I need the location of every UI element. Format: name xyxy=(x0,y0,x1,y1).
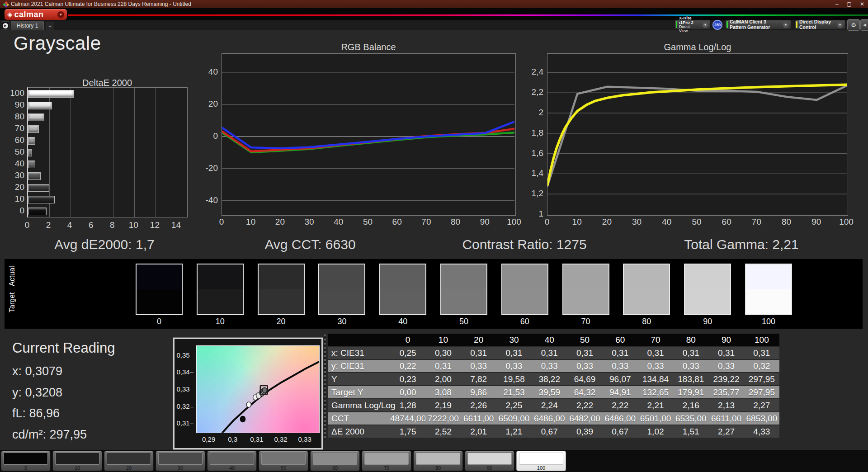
patch-label: 60 xyxy=(311,465,359,471)
patch-button-50[interactable]: 50 xyxy=(259,451,308,471)
display-status-bar xyxy=(796,21,797,28)
tick-label: 40 xyxy=(4,159,24,169)
patch-label: 90 xyxy=(465,465,514,471)
calman-app-window: Calman 2021 Calman Ultimate for Business… xyxy=(0,0,868,472)
deltae-bar xyxy=(28,149,32,156)
pattern-buttons: 0102030405060708090100 xyxy=(1,451,566,471)
patch-button-0[interactable]: 0 xyxy=(1,451,51,471)
table-cell: 96,07 xyxy=(603,373,638,385)
tick-label: 20 xyxy=(197,99,218,109)
gridline xyxy=(113,88,113,217)
target-half xyxy=(624,289,669,314)
patch-button-30[interactable]: 30 xyxy=(156,451,205,471)
stat-total-gamma: Total Gamma: 2,21 xyxy=(684,237,798,252)
swatch-label: 90 xyxy=(684,317,731,326)
actual-half xyxy=(198,264,243,289)
chevron-down-icon[interactable]: ▾ xyxy=(783,22,789,28)
chevron-down-icon[interactable]: ▾ xyxy=(57,11,64,18)
swatch-square xyxy=(440,264,487,315)
table-cell: 183,81 xyxy=(673,373,708,385)
rgb-balance-chart xyxy=(222,53,516,216)
app-icon xyxy=(3,1,9,7)
gamma-chart-title: Gamma Log/Log xyxy=(664,42,731,52)
deltae-bar xyxy=(28,172,41,180)
tick-label: 2,2 xyxy=(523,87,543,97)
column-header: 0 xyxy=(390,334,425,346)
swatch-row: 0102030405060708090100 xyxy=(136,264,792,326)
swatch-square xyxy=(684,264,731,315)
tab-history-1[interactable]: History 1 xyxy=(11,21,44,30)
table-grip[interactable] xyxy=(324,335,326,439)
deltae-bar xyxy=(28,137,35,145)
calman-menu-button[interactable]: ◈ calman ▾ xyxy=(5,9,67,20)
table-row: Y0,232,007,8219,5838,2264,6996,07134,841… xyxy=(328,373,779,385)
rainbow-divider xyxy=(68,14,868,16)
deltae-chart xyxy=(27,87,188,217)
tick-label: 0,3 xyxy=(228,435,237,443)
table-cell: 0,31 xyxy=(567,347,602,359)
table-cell: 2,22 xyxy=(567,399,602,411)
patch-swatch xyxy=(107,453,151,465)
collapse-panel-button[interactable]: ◀ xyxy=(860,19,868,31)
patch-label: 0 xyxy=(1,465,50,471)
source-dropdown[interactable]: CalMAN Client 3 Pattern Generator ▾ xyxy=(725,20,791,29)
maximize-button[interactable]: ▢ xyxy=(847,1,852,7)
display-control-dropdown[interactable]: Direct Display Control ▾ xyxy=(795,20,845,29)
table-cell: 2,00 xyxy=(425,373,461,385)
table-cell: 0,31 xyxy=(496,347,532,359)
chevron-down-icon[interactable]: ▾ xyxy=(702,22,708,28)
actual-half xyxy=(502,264,547,289)
row-label: x: CIE31 xyxy=(328,347,390,359)
column-header xyxy=(328,334,390,346)
tick-label: 90 xyxy=(4,100,24,110)
table-cell: 39,59 xyxy=(532,386,567,398)
column-header: 30 xyxy=(496,334,532,346)
table-cell: 0,33 xyxy=(603,360,638,372)
patch-button-20[interactable]: 20 xyxy=(104,451,154,471)
tick-label: 70 xyxy=(4,123,24,133)
swatch-label: 80 xyxy=(623,317,670,326)
table-cell: 0,33 xyxy=(496,360,532,372)
table-cell: 0,30 xyxy=(425,347,461,359)
table-cell: 2,26 xyxy=(461,399,496,411)
close-button[interactable]: ✕ xyxy=(860,1,864,7)
actual-half xyxy=(441,264,486,289)
gridline xyxy=(92,88,92,217)
column-header: 10 xyxy=(425,334,461,346)
patch-button-80[interactable]: 80 xyxy=(413,451,463,471)
table-cell: 1,28 xyxy=(390,399,425,411)
actual-row-label: Actual xyxy=(8,264,16,289)
patch-button-10[interactable]: 10 xyxy=(52,451,102,471)
tick-label: 1,6 xyxy=(523,148,543,158)
grayscale-swatch: 80 xyxy=(623,264,670,326)
minimize-button[interactable]: – xyxy=(835,1,839,7)
table-cell: 0,67 xyxy=(532,425,567,438)
patch-button-60[interactable]: 60 xyxy=(310,451,360,471)
tick-label: 4 xyxy=(67,220,72,230)
tick-label: 80 xyxy=(451,217,460,227)
gridline xyxy=(177,88,177,217)
tick-label: 40 xyxy=(197,67,218,77)
tab-nav-button[interactable]: ▶ xyxy=(1,21,10,30)
target-half xyxy=(319,289,364,314)
patch-button-100[interactable]: 100 xyxy=(516,451,566,471)
patch-button-40[interactable]: 40 xyxy=(207,451,257,471)
row-label: Target Y xyxy=(328,386,390,398)
tick-label: 70 xyxy=(421,217,431,227)
tick-label: 80 xyxy=(4,112,24,122)
tick-label: 60 xyxy=(722,217,731,227)
row-label: Y xyxy=(328,373,390,385)
add-tab-button[interactable]: + xyxy=(46,22,54,30)
patch-button-90[interactable]: 90 xyxy=(465,451,514,471)
settings-button[interactable]: ⚙ xyxy=(847,19,860,31)
chevron-down-icon[interactable]: ▾ xyxy=(837,22,843,28)
meter-dropdown[interactable]: X-Rite i1Pro 2 Direct View ▾ xyxy=(675,20,711,29)
pattern-strip: 0102030405060708090100 ▲ ■▶⌶∞⟳ « Back Ne… xyxy=(0,450,868,472)
tick-label: 50 xyxy=(4,147,24,157)
target-row-label: Target xyxy=(8,290,16,315)
patch-swatch xyxy=(364,453,409,465)
actual-half xyxy=(137,264,182,289)
reading-line: x: 0,3079 xyxy=(12,364,62,378)
patch-button-70[interactable]: 70 xyxy=(362,451,411,471)
table-cell: 0,22 xyxy=(390,360,425,372)
